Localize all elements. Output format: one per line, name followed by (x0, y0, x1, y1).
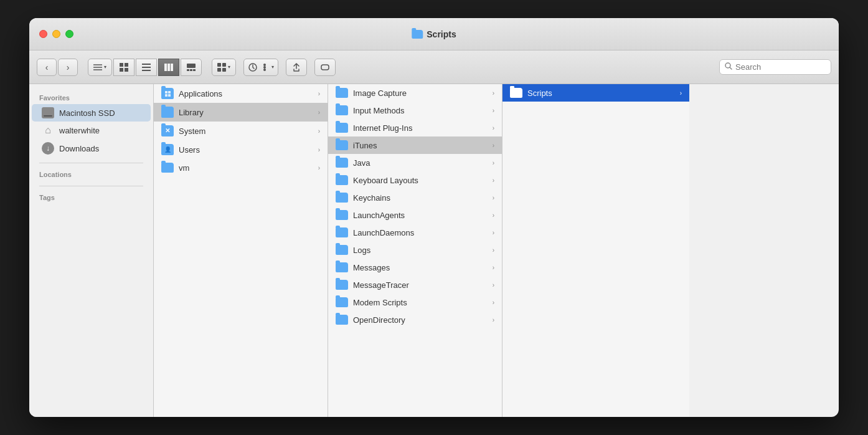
svg-rect-4 (125, 63, 128, 67)
sidebar-item-downloads[interactable]: ↓ Downloads (32, 139, 151, 158)
arrange-button[interactable]: ▾ (212, 59, 236, 76)
item-label: System (179, 127, 313, 136)
tag-button[interactable] (314, 59, 336, 76)
list-item[interactable]: Keyboard Layouts › (328, 171, 502, 189)
search-icon (725, 62, 732, 72)
minimize-button[interactable] (52, 30, 60, 38)
sidebar: Favorites Macintosh SSD ⌂ walterwhite ↓ … (29, 84, 154, 417)
list-item[interactable]: LaunchDaemons › (328, 224, 502, 241)
list-item[interactable]: LaunchAgents › (328, 206, 502, 224)
list-item[interactable]: vm › (154, 159, 328, 176)
svg-rect-15 (190, 69, 192, 71)
item-label: OpenDirectory (353, 315, 488, 325)
svg-rect-7 (142, 64, 151, 65)
list-view-dropdown[interactable]: ▾ (88, 59, 112, 76)
list-item[interactable]: Input Methods › (328, 102, 502, 119)
svg-rect-5 (120, 68, 123, 72)
folder-icon (336, 315, 348, 325)
list-item[interactable]: OpenDirectory › (328, 311, 502, 328)
list-item[interactable]: Library › (154, 103, 328, 122)
download-icon: ↓ (42, 142, 54, 155)
item-label: Keychains (353, 193, 488, 203)
list-item[interactable]: MessageTracer › (328, 276, 502, 294)
list-item[interactable]: Image Capture › (328, 84, 502, 102)
svg-rect-3 (120, 63, 123, 67)
back-button[interactable]: ‹ (37, 59, 57, 76)
chevron-icon: › (493, 125, 494, 131)
chevron-icon: › (493, 229, 494, 236)
svg-rect-14 (187, 69, 189, 71)
item-label: LaunchAgents (353, 211, 488, 220)
folder-icon (336, 210, 348, 220)
list-item[interactable]: 👤 Users › (154, 140, 328, 159)
list-item[interactable]: Modem Scripts › (328, 294, 502, 311)
chevron-icon: › (493, 264, 494, 271)
action-button[interactable]: ▾ (243, 59, 278, 76)
svg-rect-13 (187, 64, 196, 68)
folder-icon (336, 88, 348, 98)
chevron-icon: › (318, 146, 320, 153)
toolbar: ‹ › ▾ (29, 50, 839, 84)
forward-button[interactable]: › (58, 59, 78, 76)
list-item[interactable]: Logs › (328, 241, 502, 259)
chevron-icon: › (318, 128, 320, 135)
chevron-icon: › (493, 247, 494, 254)
finder-window: Scripts ‹ › ▾ (29, 18, 839, 417)
svg-rect-20 (222, 68, 226, 72)
svg-rect-10 (164, 64, 167, 71)
svg-rect-16 (193, 69, 196, 71)
titlebar: Scripts (29, 18, 839, 50)
list-item[interactable]: Internet Plug-Ins › (328, 119, 502, 136)
list-item[interactable]: ✕ System › (154, 122, 328, 140)
sidebar-item-macintosh-ssd[interactable]: Macintosh SSD (32, 104, 151, 122)
folder-icon (336, 297, 348, 307)
item-label: Input Methods (353, 106, 488, 115)
share-button[interactable] (286, 59, 307, 76)
locations-label: Locations (29, 168, 153, 181)
list-item[interactable]: Java › (328, 154, 502, 171)
item-label: Users (179, 145, 313, 155)
chevron-icon: › (493, 317, 494, 323)
arrange-dropdown[interactable]: ▾ (212, 59, 236, 76)
list-item[interactable]: iTunes › (328, 136, 502, 154)
item-label: Modem Scripts (353, 298, 488, 307)
list-item[interactable]: Applications › (154, 84, 328, 103)
folder-icon (336, 262, 348, 272)
action-dropdown[interactable]: ▾ (243, 59, 278, 76)
list-item[interactable]: Scripts › (502, 84, 689, 102)
item-label: Java (353, 158, 488, 168)
folder-icon (336, 280, 348, 290)
folder-icon (336, 158, 348, 168)
svg-point-22 (263, 64, 266, 66)
item-label: Image Capture (353, 88, 488, 98)
sidebar-item-walterwhite[interactable]: ⌂ walterwhite (32, 122, 151, 139)
list-item[interactable]: Keychains › (328, 189, 502, 206)
list-rows-view-button[interactable] (136, 59, 157, 76)
sidebar-item-downloads-label: Downloads (59, 144, 99, 153)
svg-rect-25 (321, 65, 329, 70)
column-3: Scripts › (502, 84, 689, 417)
folder-icon (336, 140, 348, 150)
gallery-view-button[interactable] (181, 59, 202, 76)
chevron-icon: › (493, 282, 494, 289)
svg-point-24 (263, 69, 266, 71)
svg-rect-11 (167, 64, 170, 71)
column-view-button[interactable] (158, 59, 179, 76)
list-item[interactable]: Messages › (328, 259, 502, 276)
share-icon[interactable] (286, 59, 307, 76)
svg-rect-9 (142, 70, 151, 71)
close-button[interactable] (39, 30, 47, 38)
icon-view-button[interactable] (113, 59, 134, 76)
search-box[interactable] (719, 59, 831, 75)
view-controls: ▾ (88, 59, 202, 76)
svg-rect-19 (217, 68, 221, 72)
folder-icon (336, 175, 348, 185)
folder-icon (336, 245, 348, 255)
sidebar-item-walterwhite-label: walterwhite (59, 126, 100, 135)
maximize-button[interactable] (65, 30, 73, 38)
search-input[interactable] (735, 62, 826, 72)
svg-rect-12 (171, 64, 173, 71)
traffic-lights (39, 30, 73, 38)
tag-icon[interactable] (314, 59, 336, 76)
svg-line-27 (730, 67, 732, 69)
